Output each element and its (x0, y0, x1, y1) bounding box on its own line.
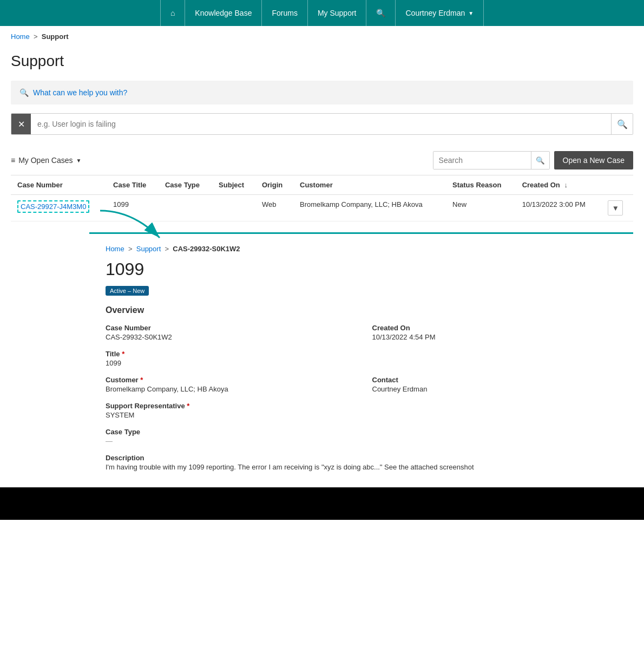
case-number-label: Case Number (106, 324, 351, 332)
overview-title: Overview (106, 305, 617, 315)
nav-search[interactable]: 🔍 (366, 0, 396, 26)
support-rep-required-star: * (187, 402, 189, 410)
cell-origin: Web (255, 195, 293, 221)
col-created-on[interactable]: Created On ↓ (516, 175, 602, 195)
support-rep-label: Support Representative * (106, 402, 617, 410)
cell-customer: Bromelkamp Company, LLC; HB Akova (293, 195, 446, 221)
breadcrumb-home[interactable]: Home (11, 32, 30, 41)
main-search-row: ✕ 🔍 (11, 113, 633, 135)
row-action-button[interactable]: ▼ (608, 200, 623, 216)
nav-knowledge-base[interactable]: Knowledge Base (185, 0, 262, 26)
home-icon: ⌂ (170, 9, 175, 17)
field-contact: Contact Courtney Erdman (372, 376, 617, 393)
cell-created-on: 10/13/2022 3:00 PM (516, 195, 602, 221)
contact-value: Courtney Erdman (372, 385, 617, 393)
arrow-annotation (89, 205, 198, 249)
created-on-value: 10/13/2022 4:54 PM (372, 333, 617, 341)
detail-popup-container: Home > Support > CAS-29932-S0K1W2 1099 A… (0, 232, 644, 487)
title-value: 1099 (106, 359, 617, 367)
status-badge: Active – New (106, 286, 149, 296)
col-case-title: Case Title (107, 175, 159, 195)
nav-home[interactable]: ⌂ (160, 0, 185, 26)
customer-required-star: * (140, 376, 143, 384)
my-open-cases-label: My Open Cases (18, 156, 73, 165)
detail-fields-grid: Case Number CAS-29932-S0K1W2 Created On … (106, 324, 617, 471)
nav-knowledge-base-label: Knowledge Base (195, 9, 252, 17)
case-search-button[interactable]: 🔍 (531, 151, 549, 169)
contact-label: Contact (372, 376, 617, 384)
field-title: Title * 1099 (106, 350, 617, 367)
case-search-input[interactable] (433, 151, 531, 169)
created-on-label: Created On (372, 324, 617, 332)
description-label: Description (106, 454, 617, 462)
col-case-type: Case Type (159, 175, 212, 195)
nav-my-support[interactable]: My Support (308, 0, 367, 26)
sort-icon: ↓ (564, 181, 568, 189)
case-number-link[interactable]: CAS-29927-J4M3M0 (17, 200, 89, 213)
open-new-case-button[interactable]: Open a New Case (554, 151, 633, 169)
detail-popup: Home > Support > CAS-29932-S0K1W2 1099 A… (89, 232, 633, 487)
search-submit-icon: 🔍 (617, 119, 628, 129)
case-type-label: Case Type (106, 428, 617, 436)
search-icon: 🔍 (376, 9, 385, 17)
breadcrumb: Home > Support (0, 26, 644, 47)
table-header-row: Case Number Case Title Case Type Subject… (11, 175, 633, 195)
breadcrumb-current: Support (42, 32, 69, 41)
customer-value: Bromelkamp Company, LLC; HB Akoya (106, 385, 351, 393)
case-type-value: — (106, 437, 617, 445)
field-created-on: Created On 10/13/2022 4:54 PM (372, 324, 617, 341)
col-origin: Origin (255, 175, 293, 195)
field-description: Description I'm having trouble with my 1… (106, 454, 617, 471)
col-actions (601, 175, 633, 195)
support-rep-value: SYSTEM (106, 411, 617, 419)
nav-user-label: Courtney Erdman (405, 9, 465, 17)
case-number-value: CAS-29932-S0K1W2 (106, 333, 351, 341)
nav-forums[interactable]: Forums (262, 0, 307, 26)
search-submit-button[interactable]: 🔍 (611, 114, 633, 134)
search-input[interactable] (31, 114, 611, 134)
col-status-reason: Status Reason (446, 175, 516, 195)
case-search-wrap: 🔍 (433, 151, 550, 169)
search-clear-button[interactable]: ✕ (11, 114, 31, 134)
my-open-cases-button[interactable]: ≡ My Open Cases ▼ (11, 156, 81, 165)
help-search-box: 🔍 What can we help you with? (11, 81, 633, 105)
help-search-icon: 🔍 (19, 88, 29, 97)
detail-title: 1099 (106, 259, 617, 279)
cell-subject (212, 195, 255, 221)
page-title: Support (0, 47, 644, 81)
chevron-down-icon: ▼ (612, 204, 619, 212)
cases-toolbar: ≡ My Open Cases ▼ 🔍 Open a New Case (11, 146, 633, 175)
cell-actions: ▼ (601, 195, 633, 221)
nav-user[interactable]: Courtney Erdman ▼ (396, 0, 484, 26)
title-required-star: * (122, 350, 124, 358)
help-search-text[interactable]: What can we help you with? (33, 88, 127, 97)
title-label: Title * (106, 350, 617, 358)
description-value: I'm having trouble with my 1099 reportin… (106, 463, 617, 471)
chevron-down-icon: ▼ (468, 10, 474, 16)
list-icon: ≡ (11, 156, 15, 165)
customer-label: Customer * (106, 376, 351, 384)
case-search-icon: 🔍 (536, 156, 545, 165)
black-overlay (0, 487, 644, 520)
nav-my-support-label: My Support (318, 9, 357, 17)
field-case-number: Case Number CAS-29932-S0K1W2 (106, 324, 351, 341)
col-customer: Customer (293, 175, 446, 195)
toolbar-right: 🔍 Open a New Case (433, 151, 633, 169)
field-support-rep: Support Representative * SYSTEM (106, 402, 617, 419)
dropdown-icon: ▼ (76, 158, 82, 164)
cell-status-reason: New (446, 195, 516, 221)
field-customer: Customer * Bromelkamp Company, LLC; HB A… (106, 376, 351, 393)
field-case-type: Case Type — (106, 428, 617, 445)
nav-forums-label: Forums (272, 9, 297, 17)
top-navigation: ⌂ Knowledge Base Forums My Support 🔍 Cou… (0, 0, 644, 26)
col-subject: Subject (212, 175, 255, 195)
col-case-number: Case Number (11, 175, 107, 195)
